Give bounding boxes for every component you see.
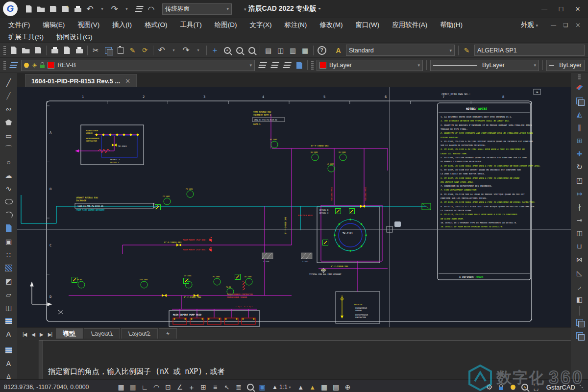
zoom-object-icon[interactable] [245,381,256,392]
menu-item-10[interactable]: 窗口(W) [349,20,386,30]
menu-item-2[interactable]: 视图(V) [71,20,106,30]
revision-cloud-icon[interactable]: ☁ [2,169,16,181]
selection-cycling-icon[interactable]: ↖ [221,381,233,392]
undo-icon[interactable]: ↶ [84,3,96,15]
gradient-icon[interactable]: ◩ [2,275,16,287]
point-icon[interactable]: ∷ [2,248,16,261]
full-screen-icon[interactable] [531,381,542,392]
menu-item-6[interactable]: 绘图(D) [208,20,244,30]
properties-palette-icon[interactable]: ▤ [262,45,274,56]
zoom-window-icon[interactable] [233,45,245,56]
line-icon[interactable]: ╱ [2,76,16,89]
dim-style-combo[interactable]: ALGERIA SP1 [474,45,585,56]
layer-properties-icon[interactable] [7,60,20,71]
headset-icon[interactable]: ◠ [145,3,157,15]
layout-tab-Layout2[interactable]: Layout2 [121,328,157,339]
menu-item-0[interactable]: 扩展工具(S) [2,32,50,43]
toolbar-grip[interactable] [311,61,314,70]
minimize-button[interactable]: — [537,3,552,15]
layout-tab-Layout1[interactable]: Layout1 [84,328,120,339]
layout-nav-icon[interactable]: ▶| [46,331,54,338]
zoom-status-icon[interactable] [519,381,531,392]
menu-item-11[interactable]: 应用软件(A) [386,20,434,30]
circle-icon[interactable]: ○ [2,156,16,168]
ellipse-icon[interactable] [2,196,16,208]
menu-item-7[interactable]: 文字(X) [244,20,278,30]
stretch-icon[interactable]: ↦ [573,187,587,199]
layer-translate-icon[interactable] [293,60,305,71]
hatch-icon[interactable] [2,262,16,274]
undo-dropdown-icon[interactable]: ▾ [96,3,108,15]
arrange-icon[interactable] [573,329,587,342]
auto-annotation-icon[interactable]: ▲ [307,381,318,392]
toolbar-grip[interactable] [3,46,6,55]
pid-drawing[interactable]: 1. LA DISTANCE ENTRE DEUX HYDRANTS DOIT … [17,87,571,327]
text-style-combo[interactable]: Standard▾ [346,45,455,56]
mdi-close-button[interactable]: ✕ [572,20,584,31]
layer-combo[interactable]: ☀ REV-B ▾ [21,60,255,71]
layer-on-icon[interactable] [24,63,29,68]
close-button[interactable]: ✕ [570,3,585,15]
arc-icon[interactable]: ⌒ [2,143,16,155]
settings-gear-icon[interactable]: ⚙ [484,381,495,392]
menu-item-1[interactable]: 协同设计(G) [50,32,99,43]
polar-tracking-icon[interactable]: ◠ [150,381,162,392]
drawing-canvas[interactable]: 1. LA DISTANCE ENTRE DEUX HYDRANTS DOIT … [17,87,571,327]
dual-display-icon[interactable]: ▣ [256,381,268,392]
dynamic-input-icon[interactable]: ⊞ [197,381,209,392]
zoom-realtime-icon[interactable] [221,45,233,56]
mdi-minimize-button[interactable]: — [547,20,560,31]
layout-tab-+[interactable]: + [159,328,177,339]
pan-icon[interactable]: + [209,45,221,56]
menu-item-12[interactable]: 帮助(H) [434,20,469,30]
chamfer-icon[interactable]: ◺ [573,267,587,279]
color-combo[interactable]: ByLayer ▾ [317,60,423,71]
tips-bulb-icon[interactable] [507,381,519,392]
menu-item-4[interactable]: 格式(O) [138,20,174,30]
polygon-icon[interactable] [2,116,16,128]
construction-line-icon[interactable]: ╱ [2,90,16,102]
zoom-previous-icon[interactable] [245,45,258,56]
tool-palettes-icon[interactable]: ▥ [287,45,299,56]
show-lineweight-icon[interactable]: ≡ [209,381,221,392]
resize-grip[interactable] [579,385,584,390]
app-logo[interactable]: G [3,1,18,16]
menu-item-1[interactable]: 编辑(E) [36,20,71,30]
copy-icon[interactable] [102,45,114,56]
layer-lock-icon[interactable] [40,65,45,68]
text-style-icon[interactable]: A [2,357,16,369]
menu-item-5[interactable]: 工具(T) [174,20,208,30]
polyline-icon[interactable]: ∾ [2,103,16,115]
object-snap-icon[interactable]: ⊡ [162,381,174,392]
linetype-combo[interactable]: ByLayer ▾ [430,60,539,71]
new-file-icon[interactable] [23,3,35,15]
paste-icon[interactable] [114,45,126,56]
spline-icon[interactable]: ∿ [2,182,16,195]
break-icon[interactable]: ⊔ [573,240,587,252]
toolbar-grip[interactable] [578,74,581,79]
grid-display-icon[interactable]: ▦ [127,381,139,392]
design-center-icon[interactable]: ◫ [274,45,287,56]
dim-style-icon[interactable]: ✎ [461,45,473,56]
save-icon[interactable] [32,45,44,56]
document-tab[interactable]: 1604-01-PID-PR-8153 Rev.5 ... ✕ [25,74,137,87]
menu-item-9[interactable]: 修改(M) [313,20,349,30]
join-icon[interactable]: ⋈ [573,253,587,266]
layout-nav-icon[interactable]: |◀ [20,331,29,338]
redo-icon[interactable]: ↷ [180,45,192,56]
mirror-icon[interactable]: ◭ [573,108,587,120]
make-block-icon[interactable]: ▣ [2,235,16,247]
explode-icon[interactable]: ◧ [573,293,587,305]
command-window[interactable]: 指定窗口的角点，输入比例因子 (nX 或 nXP)，或者 [全部(A)/中心(C… [39,340,571,379]
offset-icon[interactable]: ∥ [573,121,587,133]
print-icon[interactable] [49,45,61,56]
workspace-stack-icon[interactable] [133,3,145,15]
clean-screen-icon[interactable]: ⊕ [342,381,354,392]
toolbar-grip[interactable] [3,61,6,70]
redo-icon[interactable]: ↷ [108,3,121,15]
layer-previous-icon[interactable] [281,60,293,71]
layout-nav-icon[interactable]: ▶ [37,331,46,338]
text-icon[interactable]: A [2,328,16,340]
fillet-icon[interactable]: ◞ [573,280,587,292]
menu-item-3[interactable]: 插入(I) [106,20,138,30]
